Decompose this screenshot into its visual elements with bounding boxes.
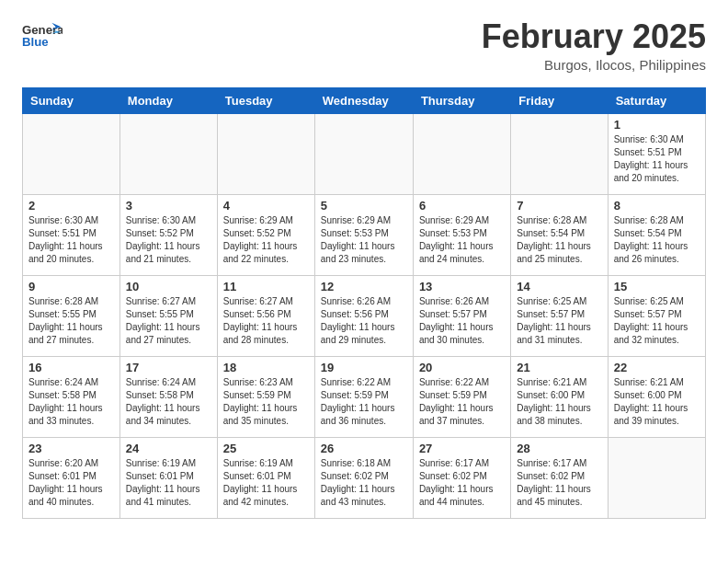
calendar-cell	[511, 113, 608, 194]
calendar-cell: 20Sunrise: 6:22 AM Sunset: 5:59 PM Dayli…	[413, 356, 510, 437]
calendar-cell: 2Sunrise: 6:30 AM Sunset: 5:51 PM Daylig…	[23, 194, 120, 275]
calendar-cell: 7Sunrise: 6:28 AM Sunset: 5:54 PM Daylig…	[511, 194, 608, 275]
day-info: Sunrise: 6:25 AM Sunset: 5:57 PM Dayligh…	[614, 295, 700, 347]
weekday-monday: Monday	[119, 87, 217, 113]
calendar-cell: 9Sunrise: 6:28 AM Sunset: 5:55 PM Daylig…	[23, 275, 120, 356]
day-number: 11	[223, 280, 309, 293]
page-header: General Blue February 2025 Burgos, Iloco…	[22, 18, 706, 73]
day-info: Sunrise: 6:22 AM Sunset: 5:59 PM Dayligh…	[419, 376, 505, 428]
calendar-cell: 18Sunrise: 6:23 AM Sunset: 5:59 PM Dayli…	[217, 356, 314, 437]
day-info: Sunrise: 6:27 AM Sunset: 5:56 PM Dayligh…	[223, 295, 309, 347]
calendar-cell: 1Sunrise: 6:30 AM Sunset: 5:51 PM Daylig…	[608, 113, 705, 194]
day-number: 24	[126, 442, 211, 455]
weekday-saturday: Saturday	[608, 87, 705, 113]
weekday-thursday: Thursday	[413, 87, 510, 113]
day-number: 16	[28, 361, 114, 374]
day-info: Sunrise: 6:24 AM Sunset: 5:58 PM Dayligh…	[28, 376, 114, 428]
calendar-cell: 4Sunrise: 6:29 AM Sunset: 5:52 PM Daylig…	[217, 194, 314, 275]
day-info: Sunrise: 6:18 AM Sunset: 6:02 PM Dayligh…	[321, 457, 407, 509]
day-number: 27	[419, 442, 505, 455]
day-number: 26	[321, 442, 407, 455]
day-info: Sunrise: 6:28 AM Sunset: 5:55 PM Dayligh…	[28, 295, 114, 347]
calendar-cell: 11Sunrise: 6:27 AM Sunset: 5:56 PM Dayli…	[217, 275, 314, 356]
day-number: 10	[126, 280, 211, 293]
calendar-cell: 19Sunrise: 6:22 AM Sunset: 5:59 PM Dayli…	[314, 356, 413, 437]
calendar-body: 1Sunrise: 6:30 AM Sunset: 5:51 PM Daylig…	[23, 113, 706, 518]
day-number: 28	[517, 442, 601, 455]
day-info: Sunrise: 6:21 AM Sunset: 6:00 PM Dayligh…	[614, 376, 700, 428]
calendar-week-5: 23Sunrise: 6:20 AM Sunset: 6:01 PM Dayli…	[23, 437, 706, 518]
day-number: 18	[223, 361, 309, 374]
logo-icon: General Blue	[22, 18, 63, 52]
calendar-cell: 14Sunrise: 6:25 AM Sunset: 5:57 PM Dayli…	[511, 275, 608, 356]
day-info: Sunrise: 6:21 AM Sunset: 6:00 PM Dayligh…	[517, 376, 601, 428]
day-number: 9	[28, 280, 114, 293]
day-number: 14	[517, 280, 601, 293]
day-info: Sunrise: 6:27 AM Sunset: 5:55 PM Dayligh…	[126, 295, 211, 347]
calendar-cell: 22Sunrise: 6:21 AM Sunset: 6:00 PM Dayli…	[608, 356, 705, 437]
day-number: 17	[126, 361, 211, 374]
day-number: 15	[614, 280, 700, 293]
day-info: Sunrise: 6:29 AM Sunset: 5:52 PM Dayligh…	[223, 214, 309, 266]
day-number: 4	[223, 199, 309, 213]
calendar-cell: 3Sunrise: 6:30 AM Sunset: 5:52 PM Daylig…	[119, 194, 217, 275]
weekday-friday: Friday	[511, 87, 608, 113]
day-number: 23	[28, 442, 114, 455]
day-info: Sunrise: 6:17 AM Sunset: 6:02 PM Dayligh…	[419, 457, 505, 509]
calendar-cell: 28Sunrise: 6:17 AM Sunset: 6:02 PM Dayli…	[511, 437, 608, 518]
day-number: 6	[419, 199, 505, 213]
calendar-cell: 24Sunrise: 6:19 AM Sunset: 6:01 PM Dayli…	[119, 437, 217, 518]
calendar-cell	[608, 437, 705, 518]
calendar-cell: 10Sunrise: 6:27 AM Sunset: 5:55 PM Dayli…	[119, 275, 217, 356]
day-info: Sunrise: 6:17 AM Sunset: 6:02 PM Dayligh…	[517, 457, 601, 509]
day-number: 5	[321, 199, 407, 213]
day-info: Sunrise: 6:19 AM Sunset: 6:01 PM Dayligh…	[126, 457, 211, 509]
calendar-week-1: 1Sunrise: 6:30 AM Sunset: 5:51 PM Daylig…	[23, 113, 706, 194]
calendar-cell: 15Sunrise: 6:25 AM Sunset: 5:57 PM Dayli…	[608, 275, 705, 356]
calendar-cell: 13Sunrise: 6:26 AM Sunset: 5:57 PM Dayli…	[413, 275, 510, 356]
day-info: Sunrise: 6:20 AM Sunset: 6:01 PM Dayligh…	[28, 457, 114, 509]
day-number: 1	[614, 118, 700, 132]
calendar-cell: 21Sunrise: 6:21 AM Sunset: 6:00 PM Dayli…	[511, 356, 608, 437]
calendar-cell	[23, 113, 120, 194]
day-number: 22	[614, 361, 700, 374]
calendar-cell: 6Sunrise: 6:29 AM Sunset: 5:53 PM Daylig…	[413, 194, 510, 275]
calendar-week-4: 16Sunrise: 6:24 AM Sunset: 5:58 PM Dayli…	[23, 356, 706, 437]
day-number: 7	[517, 199, 601, 213]
day-info: Sunrise: 6:29 AM Sunset: 5:53 PM Dayligh…	[321, 214, 407, 266]
day-info: Sunrise: 6:24 AM Sunset: 5:58 PM Dayligh…	[126, 376, 211, 428]
day-number: 2	[28, 199, 114, 213]
day-info: Sunrise: 6:26 AM Sunset: 5:56 PM Dayligh…	[321, 295, 407, 347]
day-info: Sunrise: 6:28 AM Sunset: 5:54 PM Dayligh…	[614, 214, 700, 266]
calendar-table: SundayMondayTuesdayWednesdayThursdayFrid…	[22, 87, 706, 519]
day-info: Sunrise: 6:19 AM Sunset: 6:01 PM Dayligh…	[223, 457, 309, 509]
calendar-week-2: 2Sunrise: 6:30 AM Sunset: 5:51 PM Daylig…	[23, 194, 706, 275]
day-number: 12	[321, 280, 407, 293]
location: Burgos, Ilocos, Philippines	[482, 57, 706, 73]
calendar-cell	[119, 113, 217, 194]
calendar-cell: 25Sunrise: 6:19 AM Sunset: 6:01 PM Dayli…	[217, 437, 314, 518]
day-info: Sunrise: 6:30 AM Sunset: 5:52 PM Dayligh…	[126, 214, 211, 266]
day-info: Sunrise: 6:30 AM Sunset: 5:51 PM Dayligh…	[614, 133, 700, 185]
calendar-header-row: SundayMondayTuesdayWednesdayThursdayFrid…	[23, 87, 706, 113]
weekday-sunday: Sunday	[23, 87, 120, 113]
day-info: Sunrise: 6:25 AM Sunset: 5:57 PM Dayligh…	[517, 295, 601, 347]
day-info: Sunrise: 6:22 AM Sunset: 5:59 PM Dayligh…	[321, 376, 407, 428]
calendar-cell: 17Sunrise: 6:24 AM Sunset: 5:58 PM Dayli…	[119, 356, 217, 437]
calendar-cell: 12Sunrise: 6:26 AM Sunset: 5:56 PM Dayli…	[314, 275, 413, 356]
calendar-cell: 26Sunrise: 6:18 AM Sunset: 6:02 PM Dayli…	[314, 437, 413, 518]
day-info: Sunrise: 6:23 AM Sunset: 5:59 PM Dayligh…	[223, 376, 309, 428]
day-number: 13	[419, 280, 505, 293]
weekday-tuesday: Tuesday	[217, 87, 314, 113]
day-number: 3	[126, 199, 211, 213]
day-number: 20	[419, 361, 505, 374]
calendar-cell: 16Sunrise: 6:24 AM Sunset: 5:58 PM Dayli…	[23, 356, 120, 437]
day-number: 19	[321, 361, 407, 374]
calendar-cell: 8Sunrise: 6:28 AM Sunset: 5:54 PM Daylig…	[608, 194, 705, 275]
day-number: 21	[517, 361, 601, 374]
calendar-cell	[413, 113, 510, 194]
calendar-cell: 27Sunrise: 6:17 AM Sunset: 6:02 PM Dayli…	[413, 437, 510, 518]
day-number: 8	[614, 199, 700, 213]
calendar-cell: 5Sunrise: 6:29 AM Sunset: 5:53 PM Daylig…	[314, 194, 413, 275]
calendar-cell	[314, 113, 413, 194]
